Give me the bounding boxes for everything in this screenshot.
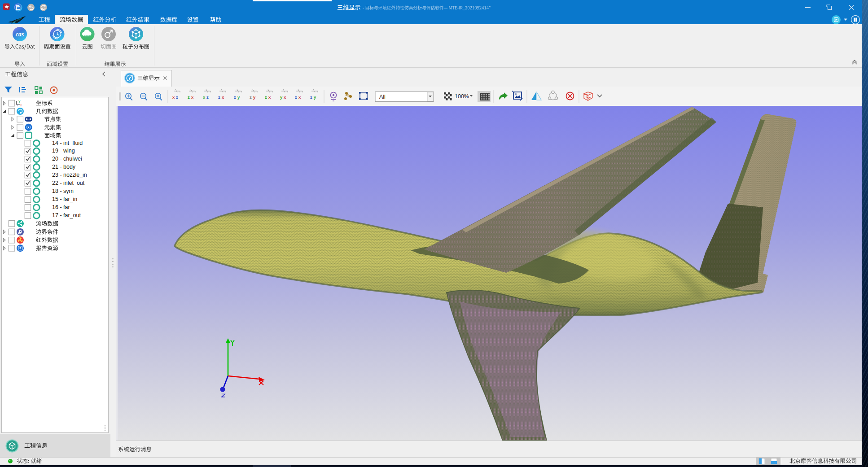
svg-text:x: x (222, 95, 224, 100)
svg-text:z: z (310, 95, 312, 100)
svg-text:x: x (298, 95, 301, 100)
svg-text:z: z (265, 95, 267, 100)
svg-text:cas: cas (16, 31, 24, 38)
svg-text:Y: Y (18, 100, 21, 103)
svg-text:z: z (206, 95, 209, 100)
svg-text:x: x (20, 104, 22, 107)
svg-text:x: x (172, 95, 175, 100)
svg-text:z: z (295, 95, 297, 100)
svg-text:z: z (218, 95, 220, 100)
svg-text:z: z (176, 95, 178, 100)
svg-text:y: y (280, 95, 283, 100)
svg-text:x: x (284, 95, 286, 100)
svg-text:y: y (314, 95, 316, 100)
svg-text:z: z (188, 95, 190, 100)
svg-text:y: y (237, 95, 240, 100)
svg-text:z: z (234, 95, 236, 100)
svg-text:All: All (379, 94, 386, 100)
svg-text:x: x (203, 95, 206, 100)
svg-text:z: z (17, 104, 19, 107)
svg-text:x: x (268, 95, 271, 100)
svg-text:z: z (250, 95, 252, 100)
svg-text:x: x (191, 95, 194, 100)
svg-text:100%: 100% (455, 93, 469, 100)
svg-text:y: y (253, 95, 256, 100)
